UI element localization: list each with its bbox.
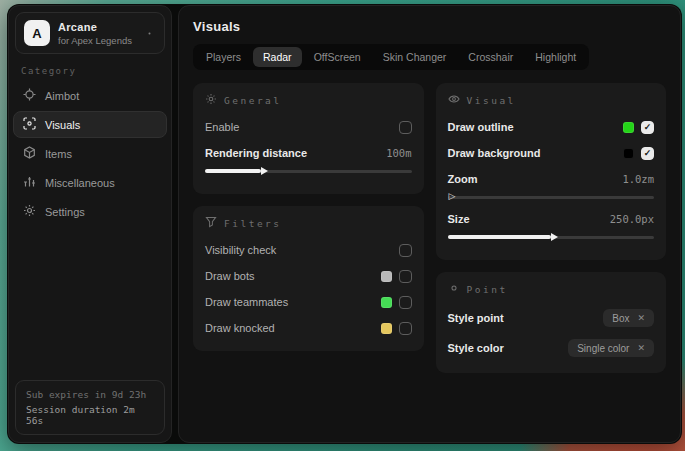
miscellaneous-icon xyxy=(23,175,36,190)
check-icon: ✓ xyxy=(644,122,652,132)
draw-teammates-checkbox[interactable] xyxy=(399,296,412,309)
sidebar-item-aimbot[interactable]: Aimbot xyxy=(13,82,167,109)
close-icon[interactable]: ✕ xyxy=(637,313,645,323)
gear-icon xyxy=(23,204,36,219)
rendering-distance-value: 100m xyxy=(386,147,411,159)
close-icon[interactable]: ✕ xyxy=(637,343,645,353)
app-subtitle: for Apex Legends xyxy=(58,35,135,46)
style-point-label: Style point xyxy=(448,312,597,324)
tab-skin-changer[interactable]: Skin Changer xyxy=(373,47,457,67)
sidebar-item-items[interactable]: Items xyxy=(13,140,167,167)
size-value: 250.0px xyxy=(610,213,654,225)
sidebar-item-label: Settings xyxy=(45,206,85,218)
visual-panel-title: Visual xyxy=(467,95,516,106)
eye-icon xyxy=(448,93,460,107)
sidebar-item-label: Aimbot xyxy=(45,90,79,102)
items-box-icon xyxy=(23,146,36,161)
draw-outline-label: Draw outline xyxy=(448,121,617,133)
slider-thumb[interactable] xyxy=(261,167,268,175)
general-panel-title: General xyxy=(224,95,282,106)
sidebar-item-miscellaneous[interactable]: Miscellaneous xyxy=(13,169,167,196)
visuals-icon xyxy=(23,117,36,132)
draw-outline-color-swatch[interactable] xyxy=(623,122,634,133)
app-logo: A xyxy=(24,20,50,46)
draw-background-color-swatch[interactable] xyxy=(623,148,634,159)
visual-panel: Visual Draw outline ✓ Draw background ✓ … xyxy=(436,83,667,260)
tab-highlight[interactable]: Highlight xyxy=(525,47,586,67)
point-panel-title: Point xyxy=(467,284,508,295)
general-gear-icon xyxy=(205,93,217,107)
sidebar: A Arcane for Apex Legends Category xyxy=(8,5,172,443)
slider-thumb[interactable]: ▷ xyxy=(449,192,456,201)
draw-background-checkbox[interactable]: ✓ xyxy=(641,147,654,160)
draw-bots-label: Draw bots xyxy=(205,270,374,282)
draw-knocked-checkbox[interactable] xyxy=(399,322,412,335)
app-name: Arcane xyxy=(58,21,135,33)
tab-crosshair[interactable]: Crosshair xyxy=(458,47,523,67)
size-slider[interactable] xyxy=(448,232,655,242)
aimbot-icon xyxy=(23,88,36,103)
enable-checkbox[interactable] xyxy=(399,121,412,134)
sidebar-nav: Aimbot Visuals Items xyxy=(9,82,171,225)
sidebar-item-label: Visuals xyxy=(45,119,80,131)
draw-bots-color-swatch[interactable] xyxy=(381,271,392,282)
zoom-slider[interactable]: ▷ xyxy=(448,192,655,202)
draw-outline-checkbox[interactable]: ✓ xyxy=(641,121,654,134)
style-color-value: Single color xyxy=(577,343,629,354)
rendering-distance-slider[interactable] xyxy=(205,166,412,176)
draw-bots-checkbox[interactable] xyxy=(399,270,412,283)
tab-players[interactable]: Players xyxy=(196,47,251,67)
sidebar-item-visuals[interactable]: Visuals xyxy=(13,111,167,138)
point-dot-icon xyxy=(448,282,460,296)
draw-knocked-color-swatch[interactable] xyxy=(381,323,392,334)
session-info-card: Sub expires in 9d 23h Session duration 2… xyxy=(15,380,165,435)
general-panel: General Enable Rendering distance 100m xyxy=(193,83,424,194)
page-title: Visuals xyxy=(193,19,666,34)
filters-panel-title: Filters xyxy=(224,218,282,229)
sub-expires-text: Sub expires in 9d 23h xyxy=(26,389,154,400)
draw-background-label: Draw background xyxy=(448,147,617,159)
crosshair-icon[interactable] xyxy=(143,27,156,40)
style-color-label: Style color xyxy=(448,342,562,354)
filter-funnel-icon xyxy=(205,216,217,230)
rendering-distance-label: Rendering distance xyxy=(205,147,379,159)
sidebar-item-label: Items xyxy=(45,148,72,160)
category-label: Category xyxy=(21,66,159,76)
check-icon: ✓ xyxy=(644,148,652,158)
visuals-tabbar: Players Radar OffScreen Skin Changer Cro… xyxy=(193,44,589,70)
draw-teammates-label: Draw teammates xyxy=(205,296,374,308)
zoom-label: Zoom xyxy=(448,173,616,185)
zoom-value: 1.0zm xyxy=(622,173,654,185)
visibility-check-label: Visibility check xyxy=(205,244,392,256)
style-color-select[interactable]: Single color ✕ xyxy=(568,339,654,357)
tab-offscreen[interactable]: OffScreen xyxy=(304,47,371,67)
style-point-value: Box xyxy=(612,313,629,324)
slider-thumb[interactable] xyxy=(551,233,558,241)
draw-teammates-color-swatch[interactable] xyxy=(381,297,392,308)
enable-label: Enable xyxy=(205,121,392,133)
main-panel: Visuals Players Radar OffScreen Skin Cha… xyxy=(178,5,681,443)
sidebar-item-label: Miscellaneous xyxy=(45,177,115,189)
visibility-check-checkbox[interactable] xyxy=(399,244,412,257)
brand-card: A Arcane for Apex Legends xyxy=(15,12,165,54)
filters-panel: Filters Visibility check Draw bots Draw … xyxy=(193,206,424,351)
style-point-select[interactable]: Box ✕ xyxy=(603,309,654,327)
point-panel: Point Style point Box ✕ Style color Sing… xyxy=(436,272,667,373)
session-duration-text: Session duration 2m 56s xyxy=(26,404,154,426)
app-window: A Arcane for Apex Legends Category xyxy=(7,4,682,444)
tab-radar[interactable]: Radar xyxy=(253,47,302,67)
size-label: Size xyxy=(448,213,603,225)
sidebar-item-settings[interactable]: Settings xyxy=(13,198,167,225)
draw-knocked-label: Draw knocked xyxy=(205,322,374,334)
